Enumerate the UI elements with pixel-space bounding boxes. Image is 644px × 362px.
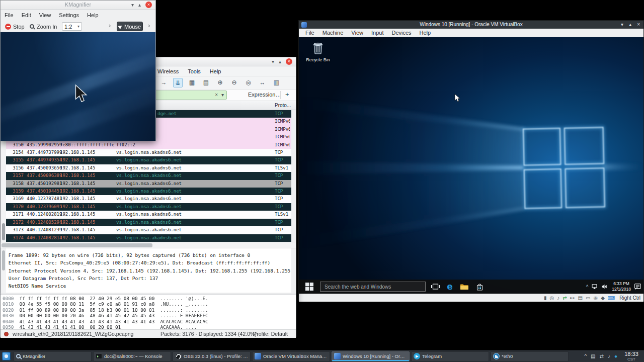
expand-tray-icon[interactable]: ^ (584, 353, 587, 359)
zoom-in-button[interactable]: Zoom In (30, 22, 57, 31)
expression-button[interactable]: Expression… (248, 92, 281, 98)
zoom-in-icon[interactable]: ⊕ (215, 78, 225, 87)
toolbar-overflow-icon[interactable]: › (148, 22, 150, 29)
hex-dump-line[interactable]: 0030 00 00 00 00 00 00 20 46 48 46 41 45… (1, 313, 296, 318)
kmag-menu-help[interactable]: Help (87, 12, 99, 18)
minimize-icon[interactable]: ▾ (621, 21, 623, 28)
action-center-icon[interactable] (634, 284, 641, 290)
stop-button[interactable]: Stop (3, 22, 27, 31)
normal-size-icon[interactable]: ◎ (244, 78, 253, 87)
task-button[interactable]: Oracle VM VirtualBox Manager (252, 351, 330, 361)
audio-volume-icon[interactable]: ♪ (608, 353, 610, 359)
kmag-menu-view[interactable]: View (39, 12, 51, 18)
scrollbar-handle[interactable] (2, 250, 5, 270)
wireshark-menu-wireless[interactable]: Wireless (157, 68, 179, 74)
task-button[interactable]: OBS 22.0.3 (linux) - Profile: Unti... (173, 351, 251, 361)
display-icon[interactable]: ▭ (586, 295, 590, 301)
magnified-view[interactable] (1, 32, 155, 141)
usb-icon[interactable]: ⊷ (570, 295, 575, 301)
packet-detail-line[interactable]: ▸Frame 1899: 92 bytes on wire (736 bits)… (1, 251, 291, 259)
optical-disk-icon[interactable]: ◎ (549, 295, 554, 301)
hex-dump-line[interactable]: 0010 00 4e 55 f5 00 00 80 11 5f c9 c0 a8… (1, 301, 296, 307)
packet-row[interactable]: 3171440.124002819192.168.1.145vs.login.m… (1, 211, 291, 218)
kmag-menu-edit[interactable]: Edit (22, 12, 31, 18)
tray-expand-icon[interactable]: ^ (586, 284, 588, 289)
vbox-menu-file[interactable]: File (305, 30, 314, 36)
packet-detail-line[interactable]: ▸Ethernet II, Src: PcsCompu_40:29:e5 (08… (1, 259, 291, 266)
packet-row[interactable]: 3172440.124005294192.168.1.145vs.login.m… (1, 219, 291, 226)
task-button[interactable]: KMagnifier (14, 351, 92, 361)
colorize-packets-icon[interactable]: ▦ (187, 78, 197, 87)
maximize-icon[interactable]: ▴ (629, 21, 631, 28)
virtualbox-titlebar[interactable]: Windows 10 [Running] - Oracle VM Virtual… (299, 21, 643, 29)
close-icon[interactable]: × (637, 21, 640, 28)
shared-folder-icon[interactable]: ▤ (578, 295, 583, 301)
application-launcher-button[interactable] (0, 350, 13, 362)
task-button[interactable]: Telegram (411, 351, 489, 361)
task-button[interactable]: Windows 10 [Running] - Oracle ... (332, 351, 410, 361)
wireshark-menu-tools[interactable]: Tools (188, 68, 201, 74)
hard-disk-icon[interactable]: ▮ (544, 295, 547, 301)
kde-connect-icon[interactable]: ● (614, 353, 617, 359)
recycle-bin[interactable]: Recycle Bin (306, 40, 330, 62)
vbox-menu-help[interactable]: Help (420, 30, 431, 36)
resize-columns-icon[interactable]: ↔ (258, 78, 267, 87)
add-filter-button[interactable]: + (285, 90, 289, 98)
packet-row[interactable]: 3154437.449737999192.168.1.145vs.login.m… (1, 149, 291, 156)
minimize-icon[interactable]: ▾ (272, 58, 274, 65)
vbox-menu-devices[interactable]: Devices (391, 30, 411, 36)
columns-icon[interactable]: ▥ (272, 78, 281, 87)
packet-row[interactable]: 3150435.599902959fe80::ffff:ffff:fffeff0… (1, 141, 291, 149)
maximize-icon[interactable]: ▴ (279, 58, 281, 65)
packet-list-hscrollbar[interactable] (1, 242, 296, 248)
maximize-icon[interactable]: ▴ (138, 2, 141, 8)
keyboard-icon[interactable]: ⌨ (608, 295, 615, 301)
hex-dump-line[interactable]: 0050 41 43 41 43 41 41 41 00 00 20 00 01… (1, 324, 296, 329)
packet-detail-line[interactable]: ▸NetBIOS Name Service (1, 282, 291, 290)
task-button[interactable]: doc@sal9000:~ — Konsole (93, 351, 171, 361)
close-icon[interactable]: × (286, 58, 292, 65)
packet-row[interactable]: 3155437.449749354192.168.1.145vs.login.m… (1, 156, 291, 164)
packet-details-icon[interactable]: ▤ (201, 78, 211, 87)
mouse-mode-button[interactable]: Mouse (117, 22, 143, 31)
volume-icon[interactable] (602, 284, 608, 289)
packet-row[interactable]: 3159437.450194451192.168.1.145vs.login.m… (1, 188, 291, 195)
packet-row[interactable]: 3173440.124081239192.168.1.145vs.login.m… (1, 226, 291, 234)
vbox-menu-machine[interactable]: Machine (323, 30, 344, 36)
recording-icon[interactable]: ◉ (593, 295, 598, 301)
network-icon[interactable]: ⇄ (600, 353, 604, 359)
windows-clock[interactable]: 6:33 PM 12/1/2018 (612, 281, 631, 292)
filter-dropdown-icon[interactable]: ▾ (221, 91, 224, 99)
wireshark-menu-help[interactable]: Help (210, 68, 221, 74)
audio-icon[interactable]: ♪ (557, 295, 559, 301)
go-to-packet-icon[interactable]: → (159, 78, 169, 87)
start-button[interactable] (299, 280, 320, 294)
vbox-menu-view[interactable]: View (351, 30, 363, 36)
packet-row[interactable]: 3174440.124082814192.168.1.145vs.login.m… (1, 234, 291, 242)
profile-status[interactable]: Profile: Default (253, 331, 288, 337)
zoom-out-icon[interactable]: ⊖ (229, 78, 239, 87)
kmag-menu-settings[interactable]: Settings (59, 12, 79, 18)
clipboard-icon[interactable]: ▤ (591, 353, 595, 359)
network-adapter-icon[interactable]: ⇄ (562, 295, 567, 301)
close-icon[interactable]: × (145, 2, 152, 8)
windows-store-icon[interactable] (473, 280, 486, 294)
windows-search-input[interactable]: Search the web and Windows (320, 282, 426, 292)
minimize-icon[interactable]: ▾ (131, 2, 134, 8)
edge-browser-icon[interactable]: e (443, 280, 456, 294)
file-explorer-icon[interactable] (458, 280, 471, 294)
kmagnifier-titlebar[interactable]: KMagnifier ▾ ▴ × (1, 1, 155, 10)
packet-row[interactable]: 3156437.450093650192.168.1.145vs.login.m… (1, 164, 291, 172)
auto-scroll-icon[interactable]: ⇊ (173, 78, 183, 87)
digital-clock[interactable]: 18:33 CST (621, 351, 642, 361)
vm-guest-screen[interactable]: Recycle Bin Search the web and Windows (299, 37, 643, 294)
scrollbar-handle[interactable] (2, 243, 152, 247)
details-scrollbar[interactable] (1, 248, 6, 293)
packet-row[interactable]: 3157437.450096389192.168.1.145vs.login.m… (1, 172, 291, 179)
toolbar-overflow-icon[interactable]: › (109, 22, 111, 29)
scrollbar-handle[interactable] (2, 223, 5, 240)
expert-info-icon[interactable] (4, 332, 9, 336)
packet-detail-line[interactable]: ▸User Datagram Protocol, Src Port: 137, … (1, 275, 291, 282)
packet-row[interactable]: 3170440.123796095192.168.1.145vs.login.m… (1, 203, 291, 211)
hex-dump-line[interactable]: 0000 ff ff ff ff ff ff 08 00 27 40 29 e5… (1, 296, 296, 301)
